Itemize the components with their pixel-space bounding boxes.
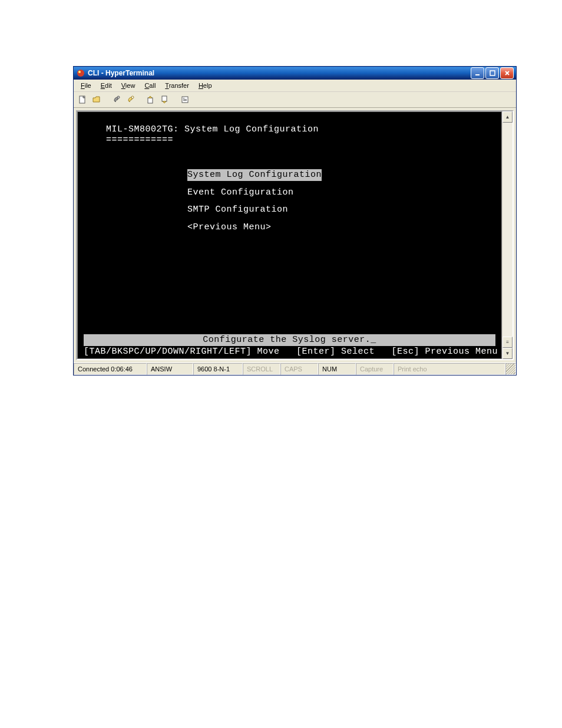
- svg-point-1: [78, 71, 81, 73]
- terminal-menu: System Log Configuration Event Configura…: [78, 169, 501, 239]
- window-frame: CLI - HyperTerminal File Edit View Call …: [73, 66, 517, 375]
- svg-rect-2: [475, 74, 480, 75]
- svg-point-6: [131, 96, 134, 98]
- status-num: NUM: [318, 363, 356, 375]
- svg-rect-12: [183, 100, 187, 101]
- status-printecho: Print echo: [394, 363, 505, 375]
- menu-call[interactable]: Call: [140, 81, 160, 90]
- menu-item-smtp-config[interactable]: SMTP Configuration: [187, 204, 288, 216]
- terminal-underline: ============: [78, 134, 501, 146]
- titlebar[interactable]: CLI - HyperTerminal: [74, 67, 516, 80]
- menu-help[interactable]: Help: [194, 81, 217, 90]
- scroll-thumb-icon[interactable]: ≡: [503, 337, 513, 348]
- menu-item-previous[interactable]: <Previous Menu>: [187, 222, 272, 233]
- menubar: File Edit View Call Transfer Help: [74, 80, 516, 92]
- open-icon[interactable]: [90, 93, 103, 106]
- menu-transfer[interactable]: Transfer: [160, 81, 194, 90]
- terminal[interactable]: MIL-SM8002TG: System Log Configuration =…: [77, 111, 502, 359]
- scroll-track[interactable]: [503, 123, 513, 337]
- svg-point-5: [117, 96, 120, 98]
- status-connected: Connected 0:06:46: [74, 363, 147, 375]
- menu-edit[interactable]: Edit: [96, 81, 117, 90]
- svg-rect-8: [162, 96, 167, 101]
- terminal-footer: Configurate the Syslog server._ [TAB/BKS…: [78, 334, 501, 358]
- toolbar: [74, 92, 516, 108]
- scroll-up-icon[interactable]: ▲: [503, 111, 513, 123]
- terminal-hint: Configurate the Syslog server._: [84, 334, 495, 346]
- app-icon: [76, 68, 85, 78]
- terminal-container: MIL-SM8002TG: System Log Configuration =…: [76, 110, 514, 360]
- menu-item-syslog-config[interactable]: System Log Configuration: [187, 169, 322, 181]
- status-capture: Capture: [356, 363, 394, 375]
- receive-icon[interactable]: [158, 93, 171, 106]
- statusbar: Connected 0:06:46 ANSIW 9600 8-N-1 SCROL…: [74, 363, 516, 375]
- vertical-scrollbar[interactable]: ▲ ≡ ▼: [502, 111, 513, 359]
- svg-rect-7: [148, 98, 153, 103]
- window-title: CLI - HyperTerminal: [88, 69, 470, 77]
- terminal-nav: [TAB/BKSPC/UP/DOWN/RIGHT/LEFT] Move [Ent…: [78, 346, 501, 359]
- maximize-button[interactable]: [485, 67, 499, 79]
- svg-rect-10: [183, 98, 184, 98]
- resize-grip-icon[interactable]: [505, 363, 516, 375]
- disconnect-icon[interactable]: [124, 93, 137, 106]
- svg-point-0: [77, 70, 84, 77]
- status-encoding: ANSIW: [147, 363, 193, 375]
- menu-file[interactable]: File: [76, 81, 96, 90]
- menu-item-event-config[interactable]: Event Configuration: [187, 187, 294, 199]
- close-button[interactable]: [500, 67, 514, 79]
- status-params: 9600 8-N-1: [193, 363, 243, 375]
- menu-view[interactable]: View: [117, 81, 140, 90]
- svg-rect-3: [490, 71, 495, 75]
- svg-rect-11: [183, 99, 187, 100]
- properties-icon[interactable]: [178, 93, 191, 106]
- new-icon[interactable]: [76, 93, 89, 106]
- status-scroll: SCROLL: [243, 363, 280, 375]
- minimize-button[interactable]: [471, 67, 484, 79]
- status-caps: CAPS: [280, 363, 318, 375]
- send-icon[interactable]: [144, 93, 157, 106]
- scroll-down-icon[interactable]: ▼: [503, 348, 513, 359]
- connect-icon[interactable]: [110, 93, 123, 106]
- terminal-wrap: MIL-SM8002TG: System Log Configuration =…: [74, 108, 516, 363]
